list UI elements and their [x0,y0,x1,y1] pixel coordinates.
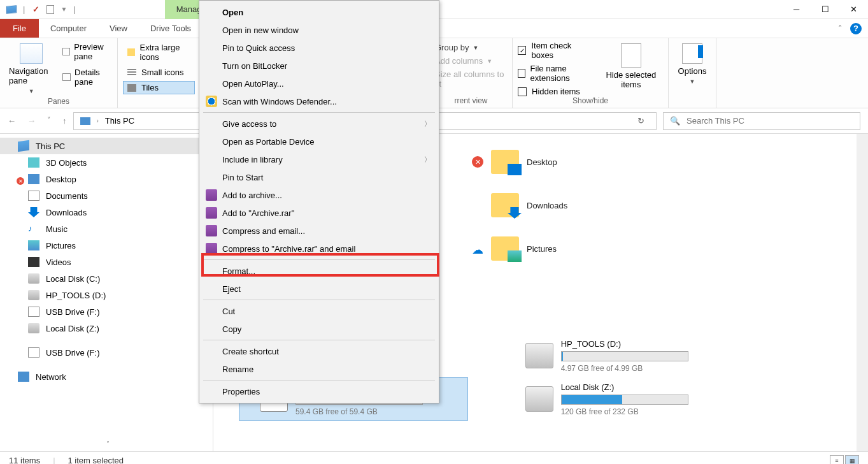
folder-tile-downloads[interactable]: Downloads [468,184,685,227]
tree-desktop[interactable]: ✕Desktop [0,171,213,187]
tab-drive-tools[interactable]: Drive Tools [139,19,203,38]
folder-icon [491,236,519,261]
tree-documents[interactable]: Documents [0,187,213,204]
preview-pane-icon [62,48,70,55]
small-icons-icon [127,69,136,76]
cm-open-portable-device[interactable]: Open as Portable Device [199,133,439,150]
tree-usb-drive-f-2[interactable]: USB Drive (F:) [0,344,213,361]
disk-icon [28,290,39,300]
tree-music[interactable]: ♪Music [0,221,213,237]
music-icon: ♪ [28,224,39,234]
cm-add-to-archive-rar[interactable]: Add to "Archive.rar" [199,204,439,222]
folder-tile-desktop[interactable]: ✕ Desktop [468,140,685,184]
options-button[interactable]: Options ▼ [674,41,711,87]
quick-access-paste-icon[interactable] [46,5,54,14]
content-scrollbar[interactable] [857,134,868,451]
tree-network[interactable]: Network [0,368,213,385]
breadcrumb-chevron-icon[interactable]: › [97,117,99,124]
folder-tile-pictures[interactable]: ☁ Pictures [468,227,685,270]
close-button[interactable]: ✕ [839,0,868,19]
defender-shield-icon [206,96,217,107]
forward-button[interactable]: → [27,116,36,126]
tree-hp-tools[interactable]: HP_TOOLS (D:) [0,287,213,303]
cm-properties[interactable]: Properties [199,382,439,400]
navigation-pane-button[interactable]: Navigation pane ▼ [5,41,57,97]
options-group: Options ▼ [669,38,716,108]
add-columns-button[interactable]: Add columns ▼ [435,54,507,68]
cm-scan-defender[interactable]: Scan with Windows Defender... [199,92,439,110]
size-columns-button[interactable]: Size all columns to fit [435,68,507,91]
cm-cut[interactable]: Cut [199,302,439,320]
drive-tile-local-z[interactable]: Local Disk (Z:) 120 GB free of 232 GB [522,377,694,421]
item-checkboxes-toggle[interactable]: ✓ Item check boxes [518,41,593,60]
title-separator: | [23,4,25,14]
title-separator-2: | [73,4,75,14]
cm-pin-to-start[interactable]: Pin to Start [199,168,439,186]
quick-access-checkmark-icon[interactable]: ✓ [31,5,40,14]
tree-3d-objects[interactable]: 3D Objects [0,154,213,171]
tab-computer[interactable]: Computer [39,19,98,38]
cm-compress-email[interactable]: Compress and email... [199,222,439,240]
videos-icon [28,257,39,267]
details-view-toggle[interactable]: ≡ [830,455,844,465]
usb-drive-icon [28,307,39,317]
cm-add-to-archive[interactable]: Add to archive... [199,186,439,204]
tab-file[interactable]: File [0,19,39,38]
tree-usb-drive-f[interactable]: USB Drive (F:) [0,303,213,320]
ribbon-collapse-icon[interactable]: ˄ [838,24,843,33]
back-button[interactable]: ← [8,116,16,126]
cm-rename[interactable]: Rename [199,360,439,378]
layout-extra-large[interactable]: Extra large icons [123,41,195,64]
winrar-icon [206,189,217,201]
hidden-items-toggle[interactable]: Hidden items [518,87,593,96]
tree-expand-icon[interactable]: ˅ [106,440,110,447]
hide-selected-button[interactable]: Hide selected items [599,41,663,96]
recent-dropdown[interactable]: ˅ [47,116,51,126]
minimize-button[interactable]: ─ [782,0,811,19]
panes-group: Navigation pane ▼ Preview pane Details p… [0,38,118,108]
tree-videos[interactable]: Videos [0,254,213,270]
search-input[interactable] [687,116,853,126]
tree-local-disk-z[interactable]: Local Disk (Z:) [0,320,213,337]
cm-open-autoplay[interactable]: Open AutoPlay... [199,75,439,92]
current-view-label: rrent view [435,96,507,108]
layout-group: Extra large icons Small icons Tiles [118,38,201,108]
tiles-view-toggle[interactable]: ▦ [845,455,859,465]
quick-access-dropdown-icon[interactable]: ▼ [60,6,67,13]
cm-open[interactable]: Open [199,3,439,21]
cm-pin-quick-access[interactable]: Pin to Quick access [199,39,439,57]
cm-turn-on-bitlocker[interactable]: Turn on BitLocker [199,57,439,75]
cm-separator [203,259,435,260]
tab-view[interactable]: View [98,19,139,38]
tree-this-pc[interactable]: This PC [0,138,213,154]
tree-local-disk-c[interactable]: Local Disk (C:) [0,270,213,287]
maximize-button[interactable]: ☐ [811,0,839,19]
drive-tile-hp-tools[interactable]: HP_TOOLS (D:) 4.97 GB free of 4.99 GB [522,334,694,377]
hide-selected-icon [621,43,641,68]
submenu-arrow-icon: 〉 [424,119,431,129]
current-view-group: Group by ▼ Add columns ▼ Size all column… [430,38,513,108]
group-by-button[interactable]: Group by ▼ [435,41,507,54]
tree-pictures[interactable]: Pictures [0,237,213,254]
downloads-icon [28,207,39,217]
cm-copy[interactable]: Copy [199,320,439,338]
cm-include-in-library[interactable]: Include in library〉 [199,150,439,168]
details-pane-button[interactable]: Details pane [60,66,112,88]
cm-separator [203,340,435,340]
cm-create-shortcut[interactable]: Create shortcut [199,342,439,360]
layout-small-icons[interactable]: Small icons [123,66,195,79]
preview-pane-button[interactable]: Preview pane [60,41,112,62]
cm-open-new-window[interactable]: Open in new window [199,21,439,39]
layout-tiles[interactable]: Tiles [123,81,195,94]
help-icon[interactable]: ? [850,23,862,34]
cm-compress-rar-email[interactable]: Compress to "Archive.rar" and email [199,240,439,257]
tree-downloads[interactable]: Downloads [0,204,213,221]
cm-format[interactable]: Format... [199,262,439,280]
cm-give-access-to[interactable]: Give access to〉 [199,115,439,133]
file-extensions-toggle[interactable]: File name extensions [518,64,593,83]
breadcrumb-this-pc[interactable]: This PC [105,116,134,126]
refresh-button[interactable]: ↻ [632,116,650,126]
up-button[interactable]: ↑ [62,116,67,126]
search-box[interactable]: 🔍 [663,112,860,130]
cm-eject[interactable]: Eject [199,280,439,298]
